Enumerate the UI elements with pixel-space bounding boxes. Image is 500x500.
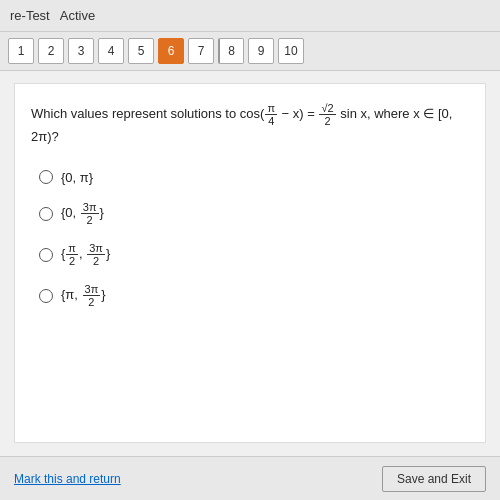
nav-btn-10[interactable]: 10 xyxy=(278,38,304,64)
nav-btn-2[interactable]: 2 xyxy=(38,38,64,64)
frac-3pi-2-c: 3π2 xyxy=(83,283,101,308)
radio-3[interactable] xyxy=(39,248,53,262)
option-4-label: {π, 3π2} xyxy=(61,283,106,308)
frac-3pi-2-a: 3π2 xyxy=(81,201,99,226)
content-area: Which values represent solutions to cos(… xyxy=(14,83,486,443)
radio-2[interactable] xyxy=(39,207,53,221)
option-2[interactable]: {0, 3π2} xyxy=(39,201,469,226)
option-3[interactable]: {π2, 3π2} xyxy=(39,242,469,267)
bottom-bar: Mark this and return Save and Exit xyxy=(0,456,500,500)
frac-pi-2: π2 xyxy=(66,242,78,267)
save-exit-button[interactable]: Save and Exit xyxy=(382,466,486,492)
question-nav: 1 2 3 4 5 6 7 8 9 10 xyxy=(0,32,500,71)
option-4[interactable]: {π, 3π2} xyxy=(39,283,469,308)
app-title: re-Test xyxy=(10,8,50,23)
frac-3pi-2-b: 3π2 xyxy=(87,242,105,267)
math-paren: ( xyxy=(260,106,264,121)
nav-btn-3[interactable]: 3 xyxy=(68,38,94,64)
mark-return-link[interactable]: Mark this and return xyxy=(14,472,121,486)
option-1[interactable]: {0, π} xyxy=(39,170,469,185)
option-2-label: {0, 3π2} xyxy=(61,201,104,226)
top-bar: re-Test Active xyxy=(0,0,500,32)
fraction-pi4: π4 xyxy=(265,102,277,127)
radio-1[interactable] xyxy=(39,170,53,184)
nav-btn-5[interactable]: 5 xyxy=(128,38,154,64)
nav-btn-1[interactable]: 1 xyxy=(8,38,34,64)
nav-btn-7[interactable]: 7 xyxy=(188,38,214,64)
option-1-label: {0, π} xyxy=(61,170,93,185)
fraction-sqrt2: √22 xyxy=(319,102,335,127)
radio-4[interactable] xyxy=(39,289,53,303)
nav-btn-4[interactable]: 4 xyxy=(98,38,124,64)
status-badge: Active xyxy=(60,8,95,23)
question-text: Which values represent solutions to cos(… xyxy=(31,102,469,148)
nav-btn-9[interactable]: 9 xyxy=(248,38,274,64)
option-3-label: {π2, 3π2} xyxy=(61,242,110,267)
nav-btn-6[interactable]: 6 xyxy=(158,38,184,64)
nav-btn-8[interactable]: 8 xyxy=(218,38,244,64)
options-list: {0, π} {0, 3π2} {π2, 3π2} {π, 3π2} xyxy=(39,170,469,309)
